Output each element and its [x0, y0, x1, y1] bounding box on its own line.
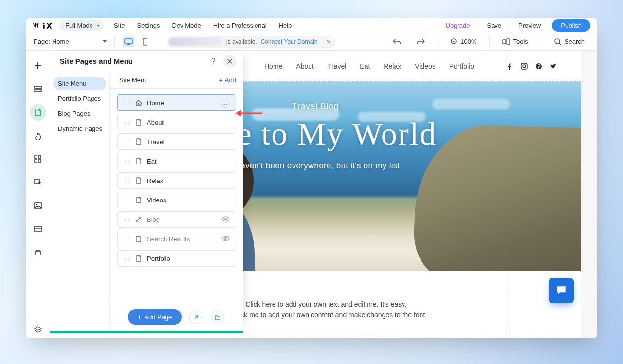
close-panel-button[interactable] [223, 55, 236, 68]
rail-apps-button[interactable] [30, 151, 46, 167]
page-item-label: Search Results [147, 236, 217, 243]
site-nav: Home About Travel Eat Relax Videos Portf… [264, 62, 474, 70]
mode-dropdown[interactable]: Full Mode [59, 20, 104, 31]
tools-button[interactable]: Tools [497, 36, 532, 48]
pinterest-icon[interactable] [535, 62, 543, 70]
page-icon [135, 158, 142, 164]
search-label: Search [565, 38, 585, 45]
pages-category-site-menu[interactable]: Site Menu [53, 77, 106, 90]
hidden-icon[interactable] [222, 236, 230, 243]
footer-folder-button[interactable] [211, 310, 224, 324]
svg-rect-8 [503, 40, 506, 44]
page-item-search-results[interactable]: ⋮⋮Search Results [117, 231, 235, 247]
add-menu-item-link[interactable]: Add [219, 76, 236, 84]
menu-dev-mode[interactable]: Dev Mode [166, 22, 206, 29]
page-item-blog[interactable]: ⋮⋮Blog [117, 211, 235, 228]
redo-button[interactable] [411, 36, 430, 48]
rail-theme-button[interactable] [30, 127, 46, 144]
nav-videos[interactable]: Videos [415, 62, 436, 70]
undo-button[interactable] [388, 36, 406, 48]
nav-relax[interactable]: Relax [384, 62, 401, 70]
drag-handle-icon[interactable]: ⋮⋮ [123, 178, 130, 183]
page-item-portfolio[interactable]: ⋮⋮Portfolio [117, 250, 235, 267]
rail-pages-button[interactable] [30, 104, 46, 121]
rail-layers-button[interactable] [30, 322, 46, 338]
nav-eat[interactable]: Eat [360, 62, 370, 70]
page-item-eat[interactable]: ⋮⋮Eat [117, 153, 235, 169]
svg-rect-21 [35, 226, 41, 232]
page-selector[interactable]: Page: Home [34, 38, 107, 45]
twitter-icon[interactable] [550, 62, 557, 70]
page-item-about[interactable]: ⋮⋮About [117, 114, 235, 130]
search-button[interactable]: Search [549, 36, 589, 48]
menu-site[interactable]: Site [108, 22, 130, 29]
mobile-view-button[interactable] [139, 36, 151, 47]
drag-handle-icon[interactable]: ⋮⋮ [123, 237, 130, 242]
svg-rect-15 [38, 156, 41, 158]
help-icon[interactable]: ? [208, 56, 219, 67]
drag-handle-icon[interactable]: ⋮⋮ [123, 139, 130, 145]
chat-fab[interactable] [549, 278, 574, 303]
instagram-icon[interactable] [520, 62, 528, 70]
pages-list: ⋮⋮Home⋮⋮About⋮⋮Travel⋮⋮Eat⋮⋮Relax⋮⋮Video… [110, 89, 243, 269]
footer-link-button[interactable] [189, 310, 203, 324]
page-item-more-button[interactable] [220, 98, 230, 108]
page-item-relax[interactable]: ⋮⋮Relax [117, 172, 235, 189]
svg-rect-17 [38, 160, 41, 162]
nav-home[interactable]: Home [264, 62, 282, 70]
svg-rect-12 [35, 86, 41, 88]
page-icon [135, 177, 142, 184]
add-page-button[interactable]: Add Page [128, 309, 182, 325]
link-icon [135, 216, 142, 223]
upgrade-link[interactable]: Upgrade [440, 22, 476, 29]
svg-rect-3 [127, 44, 130, 45]
menu-hire-pro[interactable]: Hire a Professional [207, 22, 273, 29]
pages-category-blog-pages[interactable]: Blog Pages [53, 107, 106, 120]
page-icon [135, 197, 142, 203]
hidden-icon[interactable] [222, 216, 230, 223]
pages-category-dynamic-pages[interactable]: Dynamic Pages [53, 122, 106, 135]
svg-point-20 [36, 204, 37, 206]
pages-category-portfolio-pages[interactable]: Portfolio Pages [53, 92, 106, 105]
nav-portfolio[interactable]: Portfolio [449, 62, 474, 70]
rail-sections-button[interactable] [30, 81, 46, 97]
pages-panel-title: Site Pages and Menu [60, 57, 133, 65]
page-item-label: Home [147, 99, 215, 107]
desktop-view-button[interactable] [123, 36, 134, 47]
svg-point-5 [145, 44, 146, 45]
publish-button[interactable]: Publish [552, 19, 590, 32]
preview-button[interactable]: Preview [513, 22, 547, 29]
pages-right-title: Site Menu [119, 76, 148, 84]
page-item-videos[interactable]: ⋮⋮Videos [117, 192, 235, 208]
left-rail [26, 51, 50, 338]
drag-handle-icon[interactable]: ⋮⋮ [123, 120, 130, 125]
connect-domain-link[interactable]: Connect Your Domain [261, 38, 318, 45]
menu-settings[interactable]: Settings [131, 22, 165, 29]
drag-handle-icon[interactable]: ⋮⋮ [123, 217, 130, 222]
rail-business-button[interactable] [30, 244, 46, 261]
site-socials [506, 62, 557, 70]
drag-handle-icon[interactable]: ⋮⋮ [123, 198, 130, 203]
save-button[interactable]: Save [481, 22, 507, 29]
rail-media-button[interactable] [30, 198, 46, 214]
toolbar: Page: Home is available. Connect Your Do… [26, 33, 597, 51]
zoom-control[interactable]: 100% [446, 36, 481, 48]
pages-panel-left: Site MenuPortfolio PagesBlog PagesDynami… [50, 72, 110, 331]
drag-handle-icon[interactable]: ⋮⋮ [123, 100, 130, 106]
nav-about[interactable]: About [296, 62, 314, 70]
page-item-travel[interactable]: ⋮⋮Travel [117, 133, 235, 150]
rail-addplus-button[interactable] [30, 174, 46, 191]
drag-handle-icon[interactable]: ⋮⋮ [123, 159, 130, 164]
svg-point-25 [523, 65, 526, 68]
rail-add-button[interactable] [30, 57, 46, 74]
svg-point-10 [555, 39, 560, 44]
nav-travel[interactable]: Travel [328, 62, 346, 70]
page-name: Home [52, 38, 69, 45]
drag-handle-icon[interactable]: ⋮⋮ [123, 256, 130, 261]
close-icon[interactable]: × [327, 38, 330, 46]
page-icon [135, 236, 142, 242]
svg-rect-16 [35, 160, 37, 162]
page-item-home[interactable]: ⋮⋮Home [117, 94, 235, 111]
menu-help[interactable]: Help [273, 22, 298, 29]
rail-cms-button[interactable] [30, 221, 46, 237]
